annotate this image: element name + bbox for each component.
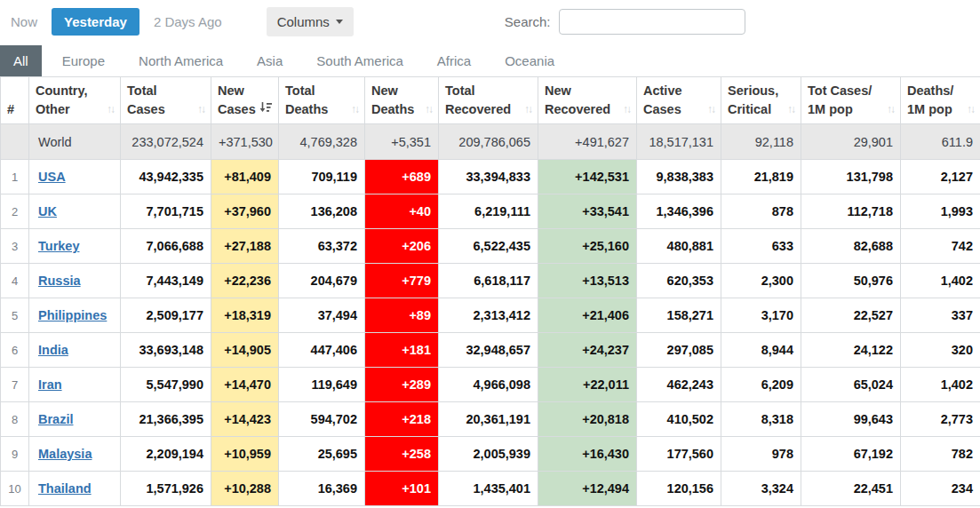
tab-south-america[interactable]: South America: [303, 45, 417, 76]
serious-critical-cell: 6,209: [721, 368, 801, 402]
total-deaths-cell: 63,372: [279, 229, 365, 264]
column-header-rank: #: [1, 77, 29, 124]
country-link[interactable]: USA: [38, 170, 66, 184]
total-deaths-cell: 709,119: [279, 160, 365, 194]
table-row: 3 Turkey 7,066,688 +27,188 63,372 +206 6…: [1, 229, 980, 264]
total-recovered-cell: 4,966,098: [439, 368, 538, 402]
yesterday-button[interactable]: Yesterday: [52, 8, 139, 36]
country-link[interactable]: Thailand: [38, 481, 92, 496]
active-cases-cell: 177,560: [637, 437, 721, 472]
serious-critical-cell: 878: [721, 194, 801, 229]
cases-per-1m-cell: 65,024: [801, 368, 901, 402]
column-header-new_cases[interactable]: NewCases: [211, 77, 279, 124]
country-link[interactable]: UK: [38, 204, 57, 218]
tab-oceania[interactable]: Oceania: [491, 45, 568, 76]
column-header-label: Serious,Critical: [728, 82, 778, 119]
serious-critical-cell: 21,819: [721, 160, 801, 194]
country-link[interactable]: Russia: [38, 274, 81, 288]
country-cell: Malaysia: [29, 437, 121, 472]
total-recovered-cell: 2,005,939: [439, 437, 538, 472]
total-deaths-cell: 37,494: [279, 298, 365, 333]
cases-per-1m-cell: 22,527: [801, 298, 901, 333]
search-input[interactable]: [559, 9, 745, 35]
column-header-total_deaths[interactable]: TotalDeaths↑↓: [279, 77, 365, 124]
active-cases-cell: 410,502: [637, 402, 721, 437]
tab-north-america[interactable]: North America: [125, 45, 236, 76]
column-header-label: TotalRecovered: [445, 82, 511, 119]
total-deaths-cell: 447,406: [279, 333, 365, 368]
table-row: 6 India 33,693,148 +14,905 447,406 +181 …: [1, 333, 980, 368]
country-link[interactable]: Iran: [38, 377, 62, 392]
active-cases-cell: 9,838,383: [637, 160, 721, 194]
total-cases-cell: 7,701,715: [121, 194, 211, 229]
total-deaths-cell: 119,649: [279, 368, 365, 402]
column-header-new_recovered[interactable]: NewRecovered↑↓: [538, 77, 637, 124]
toolbar: Now Yesterday 2 Days Ago Columns Search:: [0, 0, 980, 43]
new-recovered-cell: +25,160: [538, 229, 637, 264]
columns-dropdown-button[interactable]: Columns: [267, 7, 354, 36]
tab-all[interactable]: All: [0, 45, 42, 76]
column-header-label: NewCases: [218, 82, 256, 119]
sort-both-icon: ↑↓: [787, 102, 794, 119]
country-link[interactable]: Brazil: [38, 412, 74, 426]
total-deaths-cell: 204,679: [279, 264, 365, 298]
country-link[interactable]: Philippines: [38, 308, 107, 322]
deaths-per-1m-cell: 2,127: [901, 160, 980, 194]
total-cases-cell: 233,072,524: [121, 124, 211, 160]
new-deaths-cell: +206: [365, 229, 439, 264]
new-cases-cell: +14,470: [211, 368, 279, 402]
sort-both-icon: ↑↓: [197, 102, 204, 119]
row-rank: 4: [1, 264, 29, 298]
now-button[interactable]: Now: [11, 14, 37, 29]
new-cases-cell: +371,530: [211, 124, 279, 160]
country-cell: Turkey: [29, 229, 121, 264]
sort-both-icon: ↑↓: [967, 102, 974, 119]
new-recovered-cell: +33,541: [538, 194, 637, 229]
total-recovered-cell: 209,786,065: [439, 124, 538, 160]
total-cases-cell: 7,066,688: [121, 229, 211, 264]
serious-critical-cell: 8,318: [721, 402, 801, 437]
column-header-cases_per_1m[interactable]: Tot Cases/1M pop↑↓: [801, 77, 901, 124]
deaths-per-1m-cell: 234: [901, 472, 980, 506]
serious-critical-cell: 633: [721, 229, 801, 264]
column-header-label: Country,Other: [36, 82, 88, 119]
row-rank: 2: [1, 194, 29, 229]
tab-africa[interactable]: Africa: [424, 45, 484, 76]
total-cases-cell: 43,942,335: [121, 160, 211, 194]
total-recovered-cell: 6,618,117: [439, 264, 538, 298]
total-recovered-cell: 33,394,833: [439, 160, 538, 194]
column-header-new_deaths[interactable]: NewDeaths↑↓: [365, 77, 439, 124]
table-row: 10 Thailand 1,571,926 +10,288 16,369 +10…: [1, 472, 980, 506]
country-cell: India: [29, 333, 121, 368]
sort-both-icon: ↑↓: [524, 102, 531, 119]
two-days-ago-button[interactable]: 2 Days Ago: [154, 14, 222, 29]
total-cases-cell: 1,571,926: [121, 472, 211, 506]
cases-per-1m-cell: 99,643: [801, 402, 901, 437]
new-deaths-cell: +289: [365, 368, 439, 402]
tab-europe[interactable]: Europe: [49, 45, 118, 76]
sort-both-icon: ↑↓: [707, 102, 714, 119]
deaths-per-1m-cell: 1,402: [901, 264, 980, 298]
tab-asia[interactable]: Asia: [243, 45, 296, 76]
table-row: 7 Iran 5,547,990 +14,470 119,649 +289 4,…: [1, 368, 980, 402]
world-row: World 233,072,524 +371,530 4,769,328 +5,…: [1, 124, 980, 160]
column-header-deaths_per_1m[interactable]: Deaths/1M pop↑↓: [901, 77, 980, 124]
column-header-country[interactable]: Country,Other↑↓: [29, 77, 121, 124]
country-link[interactable]: Malaysia: [38, 447, 92, 461]
total-deaths-cell: 25,695: [279, 437, 365, 472]
column-header-active_cases[interactable]: ActiveCases↑↓: [637, 77, 721, 124]
new-deaths-cell: +689: [365, 160, 439, 194]
country-link[interactable]: India: [38, 343, 68, 357]
country-cell: Iran: [29, 368, 121, 402]
sort-both-icon: ↑↓: [107, 102, 114, 119]
column-header-total_cases[interactable]: TotalCases↑↓: [121, 77, 211, 124]
active-cases-cell: 620,353: [637, 264, 721, 298]
column-header-serious_critical[interactable]: Serious,Critical↑↓: [721, 77, 801, 124]
deaths-per-1m-cell: 782: [901, 437, 980, 472]
cases-per-1m-cell: 131,798: [801, 160, 901, 194]
country-link[interactable]: Turkey: [38, 239, 79, 253]
column-header-label: NewRecovered: [545, 82, 610, 119]
column-header-total_recovered[interactable]: TotalRecovered↑↓: [439, 77, 538, 124]
active-cases-cell: 120,156: [637, 472, 721, 506]
search-container: Search:: [505, 9, 745, 35]
